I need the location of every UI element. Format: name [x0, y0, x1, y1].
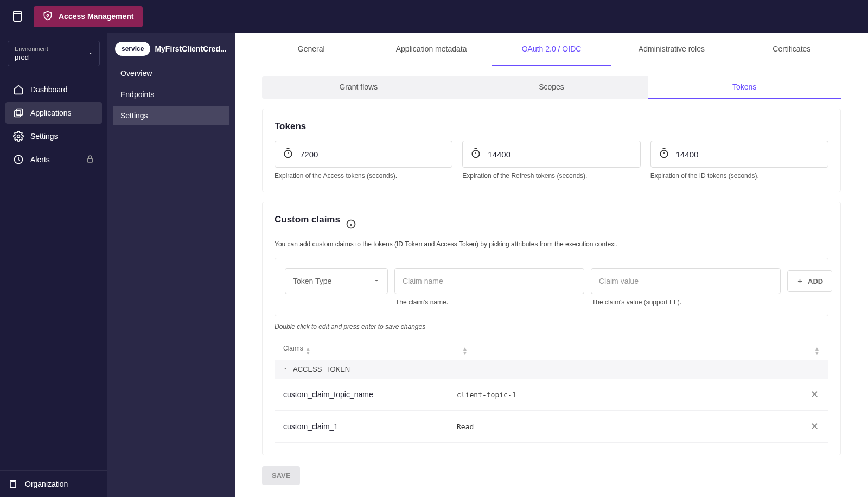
sidebar-item-applications[interactable]: Applications [5, 102, 102, 124]
subtab-scopes[interactable]: Scopes [455, 76, 648, 99]
svg-rect-3 [16, 109, 23, 116]
token-help: Expiration of the Access tokens (seconds… [275, 172, 452, 180]
secondary-sidebar: service MyFirstClientCred... Overview En… [107, 33, 235, 497]
sort-icon[interactable]: ▲▼ [462, 347, 468, 355]
tab-application-metadata[interactable]: Application metadata [371, 33, 491, 66]
tab-oauth-oidc[interactable]: OAuth 2.0 / OIDC [492, 33, 611, 66]
refresh-token-expiration-input[interactable]: 14400 [462, 141, 640, 168]
token-help: Expiration of the ID tokens (seconds). [650, 172, 828, 180]
chevron-down-icon [282, 365, 289, 373]
svg-point-10 [660, 150, 667, 157]
info-icon[interactable] [346, 219, 356, 230]
chevron-down-icon [87, 49, 94, 59]
id-token-expiration-input[interactable]: 14400 [650, 141, 828, 168]
claim-name-input[interactable] [394, 268, 584, 294]
sidebar-item-settings[interactable]: Settings [5, 125, 102, 147]
main-tabs: General Application metadata OAuth 2.0 /… [235, 33, 868, 66]
sidebar-item-label: Applications [30, 109, 72, 117]
sidebar-item-dashboard[interactable]: Dashboard [5, 79, 102, 100]
topbar: Access Management [0, 0, 868, 33]
claims-group-header[interactable]: ACCESS_TOKEN [275, 360, 828, 379]
tab-administrative-roles[interactable]: Administrative roles [611, 33, 731, 66]
add-claim-card: Token Type The claim's name. The claim's… [275, 258, 828, 316]
token-help: Expiration of the Refresh tokens (second… [462, 172, 640, 180]
claim-name-help: The claim's name. [395, 298, 584, 306]
add-claim-button[interactable]: ＋ ADD [787, 270, 832, 292]
sidebar-item-organization[interactable]: Organization [0, 470, 107, 497]
token-type-label: Token Type [293, 277, 331, 285]
save-button[interactable]: SAVE [262, 466, 300, 485]
tab-label: Scopes [539, 82, 564, 91]
token-value: 14400 [488, 150, 510, 159]
app-name: MyFirstClientCred... [155, 44, 226, 53]
claim-row[interactable]: custom_claim_1 Read ✕ [275, 411, 828, 443]
subtab-tokens[interactable]: Tokens [648, 76, 841, 99]
svg-point-1 [47, 14, 48, 16]
tab-general[interactable]: General [251, 33, 371, 66]
shield-icon [42, 10, 53, 23]
subsidebar-item-endpoints[interactable]: Endpoints [113, 85, 229, 104]
tab-label: OAuth 2.0 / OIDC [522, 44, 582, 53]
access-token-expiration-input[interactable]: 7200 [275, 141, 452, 168]
product-logo[interactable] [11, 10, 24, 23]
add-label: ADD [808, 277, 823, 285]
tokens-panel: Tokens 7200 Expiration of the Access tok… [262, 109, 841, 192]
environment-selector[interactable]: Environment prod [8, 41, 100, 66]
group-label: ACCESS_TOKEN [293, 365, 350, 373]
subsidebar-label: Settings [120, 111, 148, 120]
organization-label: Organization [25, 480, 68, 488]
chevron-down-icon [373, 277, 380, 285]
sort-icon[interactable]: ▲▼ [814, 347, 820, 355]
tab-certificates[interactable]: Certificates [732, 33, 852, 66]
sidebar-item-label: Alerts [30, 155, 50, 164]
sort-icon[interactable]: ▲▼ [305, 347, 311, 355]
claim-value: Read [457, 423, 809, 431]
claim-name: custom_claim_1 [283, 422, 457, 431]
sidebar-item-label: Settings [30, 132, 58, 141]
token-value: 14400 [676, 150, 699, 159]
svg-rect-6 [87, 158, 92, 162]
delete-claim-button[interactable]: ✕ [809, 388, 820, 400]
svg-rect-2 [15, 111, 21, 117]
custom-claims-panel: Custom claims You can add custom claims … [262, 202, 841, 455]
svg-point-9 [473, 150, 480, 157]
subtab-grant-flows[interactable]: Grant flows [262, 76, 455, 99]
tab-label: Certificates [773, 44, 810, 53]
claims-column-header: Claims [283, 345, 303, 352]
tab-label: Administrative roles [639, 44, 705, 53]
token-value: 7200 [300, 150, 318, 159]
app-type-chip: service [115, 42, 150, 56]
tab-label: General [298, 44, 325, 53]
claim-value-input[interactable] [591, 268, 781, 294]
claim-name: custom_claim_topic_name [283, 390, 457, 399]
timer-icon [659, 148, 669, 161]
main-content: General Application metadata OAuth 2.0 /… [235, 33, 868, 497]
sub-tabs: Grant flows Scopes Tokens [262, 76, 841, 99]
delete-claim-button[interactable]: ✕ [809, 420, 820, 432]
sidebar-item-alerts[interactable]: Alerts [5, 149, 102, 170]
svg-rect-0 [14, 11, 21, 21]
tab-label: Application metadata [396, 44, 467, 53]
brand-pill[interactable]: Access Management [34, 6, 143, 27]
claim-row[interactable]: custom_claim_topic_name client-topic-1 ✕ [275, 379, 828, 411]
plus-icon: ＋ [796, 276, 803, 286]
svg-point-8 [284, 150, 291, 157]
clock-icon [13, 154, 24, 165]
custom-claims-title: Custom claims [275, 214, 340, 225]
custom-claims-description: You can add custom claims to the tokens … [275, 240, 828, 248]
claim-value-help: The claim's value (support EL). [592, 298, 781, 306]
gear-icon [13, 131, 24, 142]
subsidebar-label: Endpoints [120, 90, 154, 99]
clipboard-icon [8, 479, 18, 489]
timer-icon [470, 148, 481, 161]
applications-icon [13, 107, 24, 118]
subsidebar-item-overview[interactable]: Overview [113, 63, 229, 83]
lock-icon [86, 155, 94, 165]
subsidebar-item-settings[interactable]: Settings [113, 106, 229, 125]
sidebar-item-label: Dashboard [30, 85, 68, 94]
svg-point-4 [17, 135, 20, 138]
environment-value: prod [15, 53, 93, 61]
edit-hint: Double click to edit and press enter to … [275, 323, 828, 330]
timer-icon [283, 148, 293, 161]
token-type-select[interactable]: Token Type [285, 268, 388, 294]
